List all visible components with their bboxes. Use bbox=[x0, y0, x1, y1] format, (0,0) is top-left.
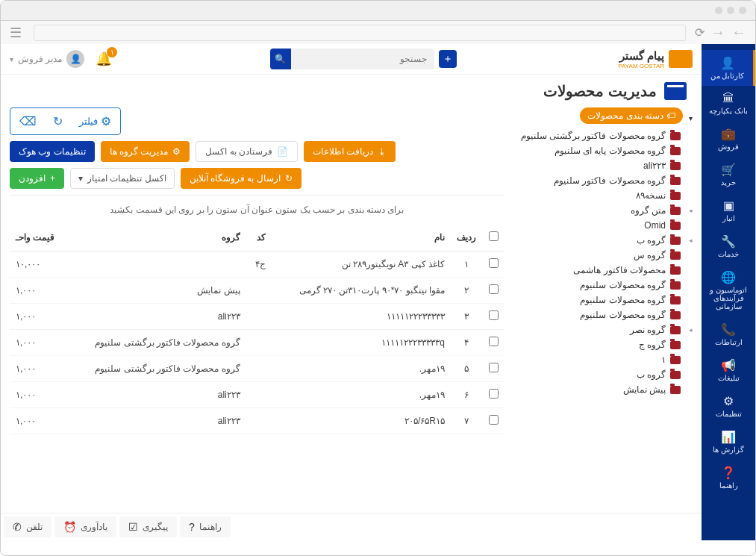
cell-name: ۱۹مهر. bbox=[272, 356, 451, 382]
send-online-shop-button[interactable]: ↻ارسال به فروشگاه آنلاین bbox=[181, 168, 302, 189]
row-checkbox[interactable] bbox=[489, 389, 499, 399]
sidebar-item-settings[interactable]: ⚙تنظیمات bbox=[702, 388, 755, 424]
table-row[interactable]: ۶۱۹مهر.ali۲۲۳۱,۰۰۰ bbox=[10, 382, 504, 408]
tree-expand-icon[interactable]: ◂ bbox=[685, 326, 693, 334]
sidebar-item-ads[interactable]: 📢تبلیغات bbox=[702, 352, 755, 388]
col-name[interactable]: نام bbox=[272, 224, 451, 252]
notifications-bell[interactable]: 🔔 ۱ bbox=[93, 49, 114, 69]
window-minimize[interactable] bbox=[727, 7, 734, 14]
cell-name: ۱۹مهر. bbox=[272, 382, 451, 408]
tree-item[interactable]: گروه محصولات فاکتور برگشتی سلنیوم bbox=[513, 128, 693, 143]
nav-forward-icon[interactable]: → bbox=[710, 24, 725, 41]
sidebar-item-warehouse[interactable]: ▣انبار bbox=[702, 193, 755, 228]
sidebar-item-services[interactable]: 🔧خدمات bbox=[702, 228, 755, 264]
tree-item[interactable]: گروه محصولات فاکتور سلنیوم bbox=[513, 173, 693, 188]
sidebar-item-help[interactable]: ❓راهنما bbox=[702, 460, 755, 496]
search-input[interactable] bbox=[291, 54, 434, 64]
col-group[interactable]: گروه bbox=[68, 224, 246, 252]
url-bar[interactable] bbox=[34, 25, 686, 41]
col-price[interactable]: قیمت واحـ bbox=[10, 224, 68, 252]
tree-collapse-icon[interactable]: ▾ bbox=[689, 114, 693, 122]
logo-subtitle: PAYAM GOSTAR bbox=[618, 63, 664, 69]
table-row[interactable]: ۷۲۰۵/۶۵R۱۵ali۲۲۳۱,۰۰۰ bbox=[10, 408, 504, 434]
tree-item[interactable]: ali۲۲۳ bbox=[513, 158, 693, 173]
tree-root-category[interactable]: 🏷 دسته بندی محصولات bbox=[580, 107, 683, 124]
table-row[interactable]: ۲مقوا نینگبو ۷۰*۹۰ پارت۳۱۰تن ۲۷۰ گرمیپیش… bbox=[10, 278, 504, 304]
filter-button[interactable]: ⚙فیلتر bbox=[73, 111, 117, 131]
excel-settings-select[interactable]: اکسل تنظیمات امتیاز▾ bbox=[70, 168, 175, 189]
row-checkbox[interactable] bbox=[489, 284, 499, 294]
add-new-button[interactable]: ＋ bbox=[439, 50, 457, 68]
notification-badge: ۱ bbox=[107, 47, 117, 57]
sidebar-item-communications[interactable]: 📞ارتباطات bbox=[702, 316, 755, 352]
add-product-button[interactable]: +افزودن bbox=[10, 168, 64, 189]
nav-back-icon[interactable]: ← bbox=[731, 24, 746, 41]
cart-icon: 🛒 bbox=[703, 163, 754, 177]
footer-followup-button[interactable]: ☑پیگیری bbox=[119, 516, 177, 537]
row-checkbox[interactable] bbox=[489, 363, 499, 372]
folder-icon bbox=[670, 371, 681, 379]
tree-item-label: گروه محصولات فاکتور برگشتی سلنیوم bbox=[521, 131, 666, 141]
window-maximize[interactable] bbox=[715, 7, 722, 14]
cell-name: مقوا نینگبو ۷۰*۹۰ پارت۳۱۰تن ۲۷۰ گرمی bbox=[272, 278, 451, 304]
tree-item[interactable]: پیش نمایش bbox=[513, 382, 693, 397]
sidebar-item-purchase[interactable]: 🛒خرید bbox=[702, 157, 755, 193]
tree-item[interactable]: گروه محصولات سلنیوم bbox=[513, 307, 693, 322]
nav-refresh-icon[interactable]: ⟳ bbox=[695, 25, 705, 40]
tree-item[interactable]: گروه محصولات سلنیوم bbox=[513, 278, 693, 293]
sidebar-item-reports[interactable]: 📊گزارش ها bbox=[702, 424, 755, 460]
sidebar-item-sales[interactable]: 💼فروش bbox=[702, 121, 755, 157]
briefcase-icon: 💼 bbox=[703, 127, 754, 141]
tree-item[interactable]: گروه محصولات پایه ای سلنیوم bbox=[513, 143, 693, 158]
tree-item[interactable]: گروه ج bbox=[513, 337, 693, 352]
col-code[interactable]: کد bbox=[246, 224, 272, 252]
tag-icon: 🏷 bbox=[666, 110, 675, 121]
tree-item[interactable]: ۱ bbox=[513, 352, 693, 367]
tree-item-label: پیش نمایش bbox=[623, 384, 666, 395]
tree-item-label: متن گروه bbox=[631, 205, 666, 216]
send-excel-button[interactable]: 📄فرستادن به اکسل bbox=[196, 141, 298, 162]
tree-item-label: Omid bbox=[644, 220, 666, 231]
webhook-settings-button[interactable]: تنظیمات وب هوک bbox=[10, 141, 95, 162]
footer-help-button[interactable]: ?راهنما bbox=[180, 516, 231, 537]
sidebar-item-bank[interactable]: 🏛بانک یکپارچه bbox=[702, 86, 755, 121]
tree-item[interactable]: Omid bbox=[513, 218, 693, 233]
browser-menu-icon[interactable]: ☰ bbox=[10, 25, 22, 41]
sidebar-item-automation[interactable]: 🌐اتوماسیون و فرآیندهای سازمانی bbox=[702, 264, 755, 316]
manage-groups-button[interactable]: ⚙مدیریت گروه ها bbox=[101, 141, 190, 162]
tree-item[interactable]: ◂متن گروه bbox=[513, 203, 693, 218]
tree-item[interactable]: گروه ب bbox=[513, 367, 693, 382]
row-checkbox[interactable] bbox=[489, 310, 499, 320]
refresh-button[interactable]: ↻ bbox=[47, 111, 69, 131]
select-all-checkbox[interactable] bbox=[489, 231, 499, 241]
tree-item[interactable]: گروه س bbox=[513, 248, 693, 263]
footer-phone-button[interactable]: ✆تلفن bbox=[4, 516, 51, 537]
receive-info-button[interactable]: ⭳دریافت اطلاعات bbox=[304, 141, 396, 162]
sidebar-item-cartable[interactable]: 👤کارتابل من bbox=[702, 50, 755, 86]
tree-expand-icon[interactable]: ◂ bbox=[685, 207, 693, 214]
window-close[interactable] bbox=[739, 7, 746, 14]
clear-button[interactable]: ⌫ bbox=[13, 111, 43, 131]
cell-price: ۱,۰۰۰ bbox=[10, 330, 68, 356]
search-button[interactable]: 🔍 bbox=[270, 49, 291, 69]
tree-item[interactable]: ◂گروه نصر bbox=[513, 322, 693, 337]
table-row[interactable]: ۵۱۹مهر.گروه محصولات فاکتور برگشتی سلنیوم… bbox=[10, 356, 504, 382]
table-row[interactable]: ۱کاغذ کپی A۳ نویگیتور۲۸۹ تنج۴۱۰,۰۰۰ bbox=[10, 252, 504, 278]
user-menu[interactable]: 👤 مدیر فروش ▾ bbox=[10, 50, 84, 68]
search-box: 🔍 bbox=[270, 49, 434, 69]
tree-item[interactable]: محصولات فاکتور هاشمی bbox=[513, 263, 693, 278]
row-checkbox[interactable] bbox=[489, 258, 499, 268]
chart-icon: 📊 bbox=[703, 430, 754, 444]
tree-item[interactable]: نسخه۸۹ bbox=[513, 188, 693, 203]
tree-item[interactable]: گروه محصولات سلنیوم bbox=[513, 293, 693, 307]
cell-price: ۱,۰۰۰ bbox=[10, 304, 68, 330]
table-row[interactable]: ۴۱۱۱۱۱۲۲۲۳۳۳۳۳qگروه محصولات فاکتور برگشت… bbox=[10, 330, 504, 356]
col-row[interactable]: ردیف bbox=[451, 224, 482, 252]
tree-item-label: گروه محصولات سلنیوم bbox=[580, 280, 666, 290]
tree-item[interactable]: ◂گروه ب bbox=[513, 233, 693, 248]
table-row[interactable]: ۳۱۱۱۱۱۲۲۲۳۳۳۳۳ali۲۲۳۱,۰۰۰ bbox=[10, 304, 504, 330]
row-checkbox[interactable] bbox=[489, 415, 499, 425]
tree-expand-icon[interactable]: ◂ bbox=[685, 237, 693, 244]
row-checkbox[interactable] bbox=[489, 337, 499, 346]
footer-reminder-button[interactable]: ⏰یادآوری bbox=[54, 516, 116, 537]
